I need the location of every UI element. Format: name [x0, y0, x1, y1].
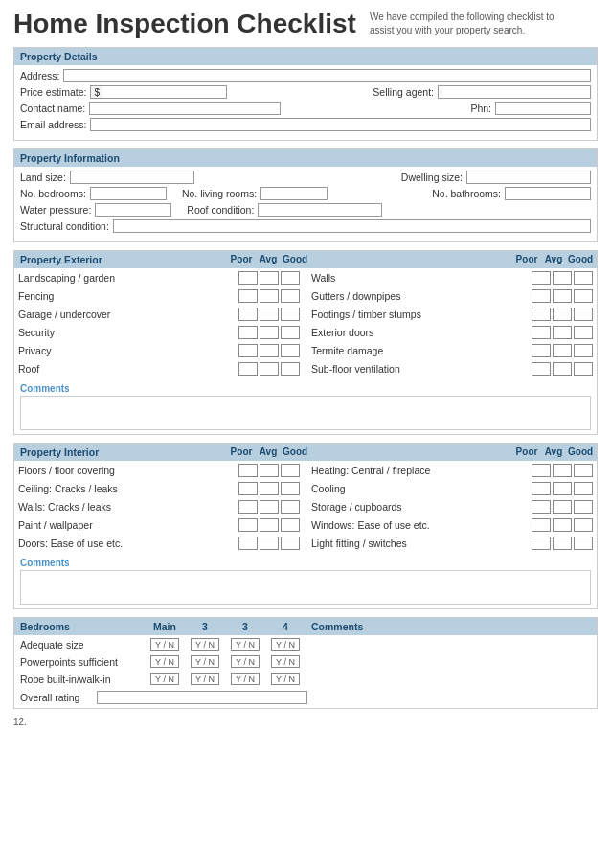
check-box[interactable] — [532, 326, 551, 339]
check-box[interactable] — [553, 271, 572, 285]
check-box[interactable] — [281, 464, 300, 477]
check-box[interactable] — [238, 289, 258, 303]
check-box[interactable] — [532, 289, 551, 303]
check-box[interactable] — [281, 500, 300, 514]
yn-box[interactable]: Y / N — [191, 655, 219, 668]
email-input[interactable] — [90, 118, 591, 131]
check-box[interactable] — [553, 464, 572, 477]
yn-box[interactable]: Y / N — [150, 655, 179, 668]
check-box[interactable] — [532, 464, 551, 477]
interior-comments-input[interactable] — [20, 570, 591, 605]
check-box[interactable] — [574, 482, 593, 495]
yn-box[interactable]: Y / N — [271, 638, 300, 651]
phn-input[interactable] — [495, 102, 591, 115]
check-box[interactable] — [281, 326, 300, 339]
exterior-header-row: Property Exterior Poor Avg Good Poor Avg… — [14, 251, 597, 268]
check-box[interactable] — [574, 344, 593, 357]
check-box[interactable] — [238, 271, 258, 285]
no-bedrooms-input[interactable] — [90, 187, 167, 200]
check-box[interactable] — [281, 289, 300, 303]
check-box[interactable] — [281, 362, 300, 376]
check-box[interactable] — [574, 326, 593, 339]
exterior-comments-input[interactable] — [20, 396, 591, 430]
address-input[interactable] — [63, 69, 591, 82]
no-living-input[interactable] — [260, 187, 328, 200]
check-box[interactable] — [532, 308, 551, 321]
check-box[interactable] — [260, 344, 279, 357]
check-box[interactable] — [532, 362, 551, 376]
check-box[interactable] — [553, 326, 572, 339]
yn-box[interactable]: Y / N — [271, 655, 300, 668]
check-box[interactable] — [574, 271, 593, 285]
check-box[interactable] — [574, 500, 593, 514]
check-box[interactable] — [260, 308, 279, 321]
no-bathrooms-input[interactable] — [505, 187, 591, 200]
check-box[interactable] — [281, 308, 300, 321]
structural-input[interactable] — [113, 219, 591, 233]
check-box[interactable] — [532, 500, 551, 514]
yn-box[interactable]: Y / N — [150, 638, 179, 651]
yn-box[interactable]: Y / N — [150, 673, 179, 685]
check-box[interactable] — [553, 344, 572, 357]
dwelling-size-input[interactable] — [466, 171, 591, 184]
checklist-item-label: Footings / timber stumps — [311, 308, 532, 320]
check-box[interactable] — [281, 344, 300, 357]
check-box[interactable] — [553, 518, 572, 532]
check-box[interactable] — [238, 326, 258, 339]
check-box[interactable] — [574, 362, 593, 376]
check-box[interactable] — [553, 289, 572, 303]
selling-agent-input[interactable] — [438, 85, 591, 99]
land-size-input[interactable] — [70, 171, 194, 184]
check-box[interactable] — [238, 308, 258, 321]
check-box[interactable] — [238, 464, 258, 477]
check-box[interactable] — [574, 464, 593, 477]
yn-box[interactable]: Y / N — [231, 655, 260, 668]
price-input[interactable] — [102, 85, 227, 99]
check-box[interactable] — [553, 308, 572, 321]
check-box[interactable] — [553, 500, 572, 514]
check-box[interactable] — [260, 537, 279, 550]
check-box[interactable] — [532, 482, 551, 495]
check-box[interactable] — [238, 518, 258, 532]
check-box[interactable] — [281, 482, 300, 495]
check-box[interactable] — [260, 326, 279, 339]
check-box[interactable] — [238, 344, 258, 357]
check-box[interactable] — [238, 537, 258, 550]
check-box[interactable] — [260, 362, 279, 376]
check-box[interactable] — [553, 362, 572, 376]
overall-input[interactable] — [97, 691, 307, 704]
list-item: Storage / cupboards — [311, 499, 593, 515]
check-box[interactable] — [260, 289, 279, 303]
check-box[interactable] — [574, 518, 593, 532]
yn-box[interactable]: Y / N — [231, 638, 260, 651]
contact-name-input[interactable] — [89, 102, 281, 115]
check-box[interactable] — [553, 482, 572, 495]
check-box[interactable] — [238, 482, 258, 495]
check-box[interactable] — [260, 518, 279, 532]
check-box[interactable] — [260, 500, 279, 514]
check-box[interactable] — [532, 344, 551, 357]
check-box[interactable] — [281, 537, 300, 550]
check-box[interactable] — [553, 537, 572, 550]
yn-box[interactable]: Y / N — [271, 673, 300, 685]
check-box[interactable] — [281, 518, 300, 532]
roof-condition-input[interactable] — [258, 203, 382, 217]
check-box[interactable] — [574, 289, 593, 303]
checklist-item-label: Privacy — [18, 345, 238, 356]
yn-box[interactable]: Y / N — [191, 638, 219, 651]
check-box[interactable] — [238, 362, 258, 376]
check-box[interactable] — [238, 500, 258, 514]
check-box[interactable] — [260, 271, 279, 285]
check-box[interactable] — [532, 518, 551, 532]
check-box[interactable] — [260, 482, 279, 495]
yn-box[interactable]: Y / N — [231, 673, 260, 685]
yn-box[interactable]: Y / N — [191, 673, 219, 685]
check-box[interactable] — [574, 308, 593, 321]
check-box[interactable] — [532, 537, 551, 550]
check-box[interactable] — [574, 537, 593, 550]
interior-header-row: Property Interior Poor Avg Good Poor Avg… — [14, 444, 597, 461]
check-box[interactable] — [281, 271, 300, 285]
water-pressure-input[interactable] — [95, 203, 171, 217]
check-box[interactable] — [260, 464, 279, 477]
check-box[interactable] — [532, 271, 551, 285]
